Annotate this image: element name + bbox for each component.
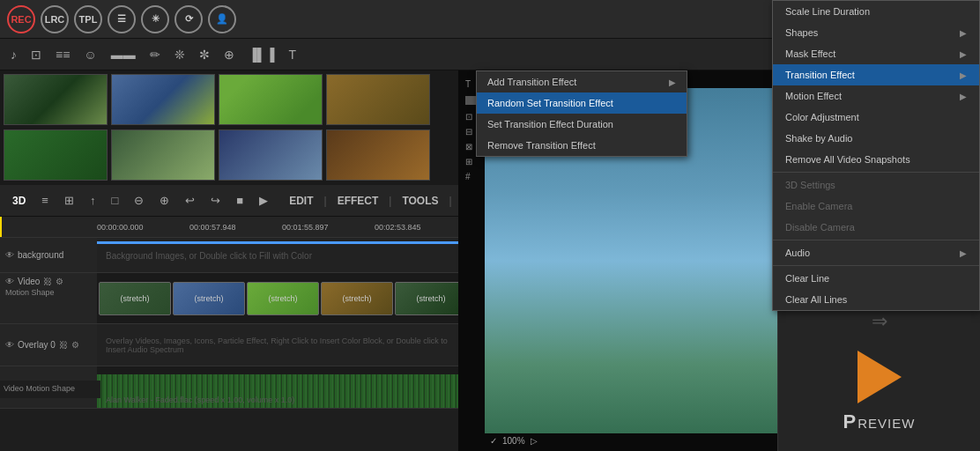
ctx2-enable-camera[interactable]: Enable Camera [773, 196, 979, 217]
video-clips: (stretch) (stretch) (stretch) (stretch) [97, 273, 458, 323]
audio-text: Alan Walker - Faded.flac (speed x 1.00, … [106, 396, 294, 404]
timecode-3: 00:02:53.845 [375, 223, 421, 232]
chart-icon[interactable]: ▐▌▐ [245, 46, 278, 63]
rec-button[interactable]: REC [7, 5, 35, 33]
ctx2-clear-all-lines[interactable]: Clear All Lines [773, 289, 979, 310]
video-motion-shape-panel: Video Motion Shape [0, 381, 100, 398]
ctx2-remove-snapshots[interactable]: Remove All Video Snapshots [773, 149, 979, 170]
thumbnail-item[interactable] [219, 74, 323, 125]
video-track-label: Video [18, 277, 40, 286]
lrc-button[interactable]: LRC [41, 5, 69, 33]
background-track: 👁 background Background Images, or Doubl… [0, 238, 458, 273]
tpl-button[interactable]: TPL [74, 5, 102, 33]
3d-label[interactable]: 3D [7, 193, 31, 209]
clip-item[interactable]: (stretch) [173, 282, 245, 315]
video-settings-icon[interactable]: ⚙ [56, 277, 63, 286]
timeline-up-icon[interactable]: ↑ [85, 192, 101, 209]
star-button[interactable]: ✳ [141, 5, 169, 33]
bars-icon[interactable]: ▬▬ [108, 46, 139, 63]
thumbnail-item[interactable] [111, 74, 215, 125]
preview-label: PREVIEW [843, 410, 916, 433]
video-track-header: 👁 Video ⛓ ⚙ Motion Shape [0, 273, 97, 323]
separator-1 [773, 172, 979, 173]
pen-icon[interactable]: ✏ [146, 46, 164, 63]
timeline-plus-icon[interactable]: ⊕ [154, 192, 174, 209]
timeline-rect-icon[interactable]: □ [106, 192, 123, 209]
timeline-lines-icon[interactable]: ≡ [36, 192, 54, 209]
thumbnail-item[interactable] [4, 129, 108, 181]
grid-icon[interactable]: ⊡ [27, 46, 45, 63]
clip-item[interactable]: (stretch) [321, 282, 393, 315]
ctx-set-duration[interactable]: Set Transition Effect Duration [477, 114, 687, 135]
zoom-level[interactable]: 100% [502, 436, 525, 446]
effect-label[interactable]: EFFECT [332, 193, 384, 209]
plus-circle-icon[interactable]: ⊕ [220, 46, 238, 63]
ctx2-clear-line[interactable]: Clear Line [773, 268, 979, 289]
background-track-label: background [18, 250, 63, 260]
preview-play-button[interactable] [858, 351, 902, 403]
ctx2-disable-camera[interactable]: Disable Camera [773, 217, 979, 238]
ctx-remove-transition[interactable]: Remove Transition Effect [477, 135, 687, 156]
play-preview-icon[interactable]: ▷ [531, 436, 538, 446]
video-chain-icon[interactable]: ⛓ [43, 277, 52, 286]
list-button[interactable]: ☰ [108, 5, 136, 33]
video-eye-icon[interactable]: 👁 [5, 277, 14, 286]
sparkle-icon[interactable]: ❊ [171, 46, 189, 63]
ctx2-mask-effect[interactable]: Mask Effect ▶ [773, 43, 979, 64]
timecode-0: 00:00:00.000 [97, 223, 144, 232]
forward-arrow-icon: ⇒ [872, 310, 887, 333]
ctx2-shapes[interactable]: Shapes ▶ [773, 22, 979, 43]
lines-icon[interactable]: ≡≡ [52, 46, 73, 63]
overlay-track-content[interactable]: Overlay Videos, Images, Icons, Particle … [97, 324, 458, 366]
emoji-icon[interactable]: ☺ [80, 46, 100, 63]
thumbnail-item[interactable] [219, 129, 323, 181]
ctx2-scale-line[interactable]: Scale Line Duration [773, 1, 979, 22]
shapes-submenu-icon: ▶ [960, 28, 967, 38]
audio-track-content[interactable]: Alan Walker - Faded.flac (speed x 1.00, … [97, 366, 458, 408]
thumbnail-item[interactable] [326, 74, 430, 125]
overlay-chain-icon[interactable]: ⛓ [59, 340, 68, 350]
eye-icon[interactable]: 👁 [5, 250, 14, 260]
thumbnail-item[interactable] [4, 74, 108, 125]
timecode-1: 00:00:57.948 [189, 223, 236, 232]
text-icon[interactable]: T [285, 46, 300, 63]
timeline-stop-icon[interactable]: ■ [231, 192, 249, 209]
grid2-icon[interactable]: ⊞ [465, 157, 478, 166]
ctx2-audio[interactable]: Audio ▶ [773, 242, 979, 263]
timeline-undo-icon[interactable]: ↩ [180, 192, 200, 209]
flower-icon[interactable]: ✼ [196, 46, 213, 63]
timeline-minus-icon[interactable]: ⊖ [129, 192, 149, 209]
ctx2-3d-settings[interactable]: 3D Settings [773, 174, 979, 196]
thumbnail-item[interactable] [111, 129, 215, 181]
background-track-content[interactable]: Background Images, or Double click to Fi… [97, 238, 458, 272]
background-track-header: 👁 background [0, 238, 97, 272]
overlay-eye-icon[interactable]: 👁 [5, 340, 14, 350]
mask-submenu-icon: ▶ [960, 49, 967, 59]
ctx-random-transition[interactable]: Random Set Transition Effect [477, 92, 687, 114]
ctx2-motion-effect[interactable]: Motion Effect ▶ [773, 85, 979, 107]
video-track-content[interactable]: (stretch) (stretch) (stretch) (stretch) [97, 273, 458, 323]
ctx2-shake-audio[interactable]: Shake by Audio [773, 128, 979, 149]
music-icon[interactable]: ♪ [7, 46, 20, 63]
clip-item[interactable]: (stretch) [395, 282, 458, 315]
ctx-add-transition[interactable]: Add Transition Effect ▶ [477, 71, 687, 92]
overlay-settings-icon[interactable]: ⚙ [71, 340, 79, 350]
tools-label[interactable]: TOOLS [397, 193, 443, 209]
flow-button[interactable]: ⟳ [174, 5, 203, 33]
timeline-toolbar: 3D ≡ ⊞ ↑ □ ⊖ ⊕ ↩ ↪ ■ ▶ EDIT | EFFECT | T… [0, 185, 458, 217]
timeline-redo-icon[interactable]: ↪ [205, 192, 226, 209]
ctx2-color-adjustment[interactable]: Color Adjustment [773, 107, 979, 128]
timecode-ruler: 00:00:00.000 00:00:57.948 00:01:55.897 0… [0, 217, 458, 238]
clip-item[interactable]: (stretch) [247, 282, 319, 315]
video-track: 👁 Video ⛓ ⚙ Motion Shape (stretch) [0, 273, 458, 324]
timeline-grid-icon[interactable]: ⊞ [59, 192, 79, 209]
hash-icon[interactable]: # [465, 172, 478, 181]
separator-2 [773, 240, 979, 240]
thumbnail-item[interactable] [326, 129, 430, 181]
clip-item[interactable]: (stretch) [99, 282, 171, 315]
timeline-play-icon[interactable]: ▶ [254, 192, 273, 209]
checkmark-icon: ✓ [490, 436, 497, 446]
edit-label[interactable]: EDIT [284, 193, 318, 209]
user-button[interactable]: 👤 [208, 5, 236, 33]
ctx2-transition-effect[interactable]: Transition Effect ▶ [773, 64, 979, 85]
